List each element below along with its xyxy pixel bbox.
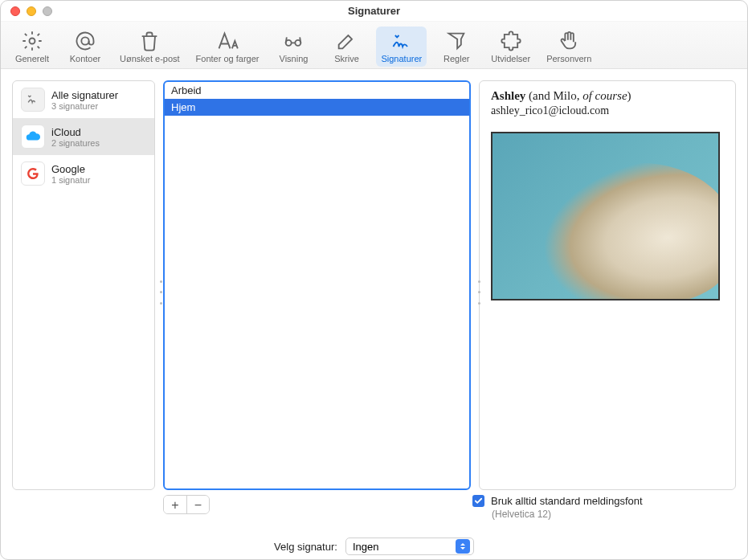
at-icon <box>74 30 96 52</box>
tab-accounts[interactable]: Kontoer <box>62 27 108 67</box>
preview-name-line: Ashley (and Milo, of course) <box>491 89 724 103</box>
use-default-font-group: Bruk alltid standard meldingsfont (Helve… <box>472 495 730 520</box>
hand-icon <box>558 30 580 52</box>
fonts-icon <box>216 30 239 52</box>
signatures-panel: Alle signaturer 3 signaturer iCloud 2 si… <box>1 69 747 495</box>
preview-name-text2: ) <box>627 89 632 102</box>
zoom-window-button[interactable] <box>43 6 52 16</box>
account-name: Alle signaturer <box>51 89 118 101</box>
rules-icon <box>445 30 468 52</box>
tab-label: Visning <box>280 54 309 63</box>
preview-name-italic: of course <box>582 89 627 102</box>
signature-icon <box>390 30 413 52</box>
tab-label: Generelt <box>15 54 49 63</box>
account-google[interactable]: Google 1 signatur <box>13 155 154 192</box>
use-default-font-sub: (Helvetica 12) <box>472 509 730 520</box>
google-icon <box>21 161 45 186</box>
select-arrows-icon <box>456 539 470 554</box>
icloud-icon <box>21 125 45 149</box>
column-resize-handle-left[interactable] <box>160 280 165 305</box>
bottom-options: Velg signatur: Ingen Plasser signatur ov… <box>1 538 747 560</box>
tab-extensions[interactable]: Utvidelser <box>486 27 535 67</box>
choose-signature-select[interactable]: Ingen <box>345 538 474 555</box>
tab-label: Utvidelser <box>491 54 530 63</box>
preferences-toolbar: Generelt Kontoer Uønsket e-post Fonter o… <box>1 22 747 69</box>
account-all-signatures[interactable]: Alle signaturer 3 signaturer <box>13 81 154 118</box>
column-resize-handle-right[interactable] <box>478 280 483 305</box>
account-icloud[interactable]: iCloud 2 signatures <box>13 118 154 155</box>
signature-preview[interactable]: Ashley (and Milo, of course) ashley_rico… <box>479 80 736 490</box>
titlebar: Signaturer <box>1 1 747 22</box>
puzzle-icon <box>500 30 522 52</box>
gear-icon <box>21 30 43 52</box>
close-window-button[interactable] <box>10 6 20 16</box>
tab-label: Regler <box>443 54 469 63</box>
preview-name-text1: (and Milo, <box>525 89 582 102</box>
tab-label: Skrive <box>334 54 359 63</box>
preview-email: ashley_rico1@icloud.com <box>491 104 724 117</box>
tab-label: Kontoer <box>70 54 101 63</box>
use-default-font-label: Bruk alltid standard meldingsfont <box>491 495 643 507</box>
preview-name-bold: Ashley <box>491 89 525 102</box>
svg-point-1 <box>81 37 88 44</box>
account-name: iCloud <box>51 126 100 138</box>
trash-icon <box>138 30 161 52</box>
tab-signatures[interactable]: Signaturer <box>376 27 427 67</box>
tab-privacy[interactable]: Personvern <box>542 27 596 67</box>
signature-badge-icon <box>21 88 45 112</box>
tab-general[interactable]: Generelt <box>9 27 55 67</box>
minimize-window-button[interactable] <box>27 6 36 16</box>
choose-signature-value: Ingen <box>353 541 379 553</box>
account-sub: 1 signatur <box>51 175 90 185</box>
tab-composing[interactable]: Skrive <box>323 27 370 67</box>
signature-names-list[interactable]: Arbeid Hjem <box>163 80 471 490</box>
account-name: Google <box>51 163 90 175</box>
use-default-font-checkbox[interactable] <box>472 495 484 507</box>
glasses-icon <box>282 30 305 52</box>
signature-item-hjem[interactable]: Hjem <box>165 99 469 116</box>
remove-signature-button[interactable]: − <box>186 496 209 514</box>
tab-viewing[interactable]: Visning <box>270 27 317 67</box>
tab-label: Personvern <box>546 54 591 63</box>
choose-signature-label: Velg signatur: <box>274 541 337 553</box>
tab-junk[interactable]: Uønsket e-post <box>115 27 185 67</box>
preview-image <box>491 132 720 300</box>
signature-item-arbeid[interactable]: Arbeid <box>165 82 469 99</box>
window-title: Signaturer <box>9 5 739 17</box>
compose-icon <box>335 30 358 52</box>
tab-label: Signaturer <box>381 54 422 63</box>
account-sub: 2 signatures <box>51 138 100 148</box>
accounts-list: Alle signaturer 3 signaturer iCloud 2 si… <box>12 80 155 490</box>
choose-signature-row: Velg signatur: Ingen <box>274 538 474 555</box>
tab-rules[interactable]: Regler <box>433 27 480 67</box>
tab-fonts-colors[interactable]: Fonter og farger <box>191 27 264 67</box>
below-columns-row: + − Bruk alltid standard meldingsfont (H… <box>1 495 747 520</box>
window-controls <box>10 6 52 16</box>
svg-point-0 <box>30 39 35 44</box>
add-remove-buttons: + − <box>163 495 210 514</box>
tab-label: Fonter og farger <box>196 54 260 63</box>
add-signature-button[interactable]: + <box>164 496 186 514</box>
account-sub: 3 signaturer <box>51 101 118 111</box>
tab-label: Uønsket e-post <box>120 54 180 63</box>
